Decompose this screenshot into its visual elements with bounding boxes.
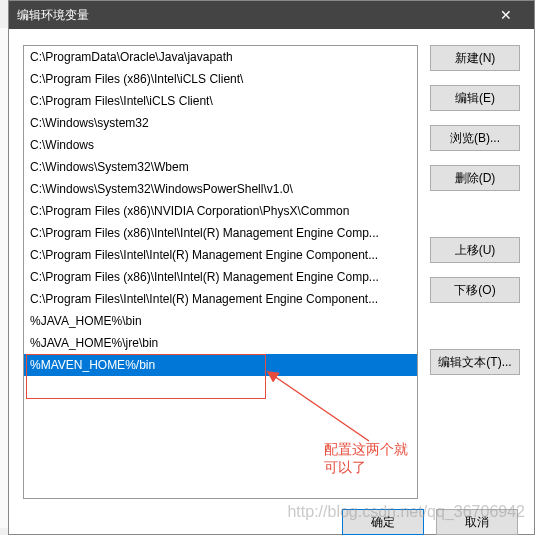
edit-text-button[interactable]: 编辑文本(T)...: [430, 349, 520, 375]
list-item[interactable]: C:\Program Files (x86)\Intel\iCLS Client…: [24, 68, 417, 90]
move-up-button[interactable]: 上移(U): [430, 237, 520, 263]
dialog-window: 编辑环境变量 ✕ C:\ProgramData\Oracle\Java\java…: [8, 0, 535, 535]
content-area: C:\ProgramData\Oracle\Java\javapathC:\Pr…: [9, 29, 534, 499]
list-item[interactable]: C:\Program Files (x86)\Intel\Intel(R) Ma…: [24, 222, 417, 244]
delete-button[interactable]: 删除(D): [430, 165, 520, 191]
move-down-button[interactable]: 下移(O): [430, 277, 520, 303]
path-listbox[interactable]: C:\ProgramData\Oracle\Java\javapathC:\Pr…: [23, 45, 418, 499]
titlebar: 编辑环境变量 ✕: [9, 1, 534, 29]
close-button[interactable]: ✕: [486, 1, 526, 29]
cancel-button[interactable]: 取消: [436, 509, 518, 535]
list-item[interactable]: C:\Windows\System32\WindowsPowerShell\v1…: [24, 178, 417, 200]
list-item[interactable]: C:\Program Files\Intel\Intel(R) Manageme…: [24, 288, 417, 310]
new-button[interactable]: 新建(N): [430, 45, 520, 71]
list-item[interactable]: C:\Program Files\Intel\Intel(R) Manageme…: [24, 244, 417, 266]
list-item[interactable]: C:\Windows: [24, 134, 417, 156]
list-item[interactable]: C:\ProgramData\Oracle\Java\javapath: [24, 46, 417, 68]
button-column: 新建(N) 编辑(E) 浏览(B)... 删除(D) 上移(U) 下移(O) 编…: [430, 45, 520, 499]
list-item[interactable]: C:\Program Files (x86)\NVIDIA Corporatio…: [24, 200, 417, 222]
list-item[interactable]: %MAVEN_HOME%/bin: [24, 354, 417, 376]
close-icon: ✕: [500, 7, 512, 23]
list-item[interactable]: C:\Program Files\Intel\iCLS Client\: [24, 90, 417, 112]
annotation-text: 配置这两个就可以了: [324, 441, 417, 477]
browse-button[interactable]: 浏览(B)...: [430, 125, 520, 151]
list-item[interactable]: %JAVA_HOME%\jre\bin: [24, 332, 417, 354]
dialog-footer: 确定 取消: [9, 499, 534, 535]
list-item[interactable]: %JAVA_HOME%\bin: [24, 310, 417, 332]
list-item[interactable]: C:\Program Files (x86)\Intel\Intel(R) Ma…: [24, 266, 417, 288]
ok-button[interactable]: 确定: [342, 509, 424, 535]
background-window-edge: [0, 28, 8, 528]
edit-button[interactable]: 编辑(E): [430, 85, 520, 111]
list-item[interactable]: C:\Windows\System32\Wbem: [24, 156, 417, 178]
svg-line-0: [274, 376, 369, 441]
list-item[interactable]: C:\Windows\system32: [24, 112, 417, 134]
window-title: 编辑环境变量: [17, 7, 486, 24]
